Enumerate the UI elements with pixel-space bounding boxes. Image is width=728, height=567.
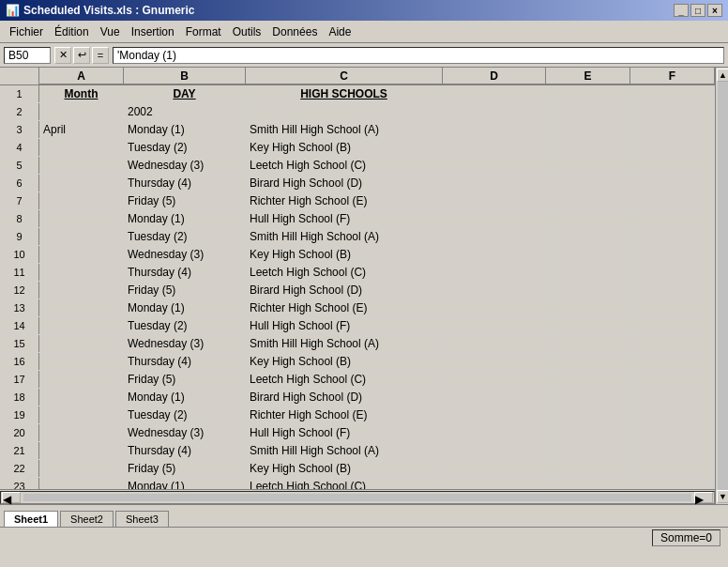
cell-a[interactable] [39,139,124,156]
table-row[interactable]: 17Friday (5)Leetch High School (C) [0,371,715,389]
cell-a[interactable] [39,264,124,281]
cell-e[interactable] [546,157,630,174]
cell-e[interactable] [546,103,630,120]
cell-d[interactable] [443,139,546,156]
cell-c[interactable]: Key High School (B) [246,353,443,370]
cell-c[interactable]: Richter High School (E) [246,406,443,423]
cell-c[interactable] [246,103,443,120]
scroll-left-btn[interactable]: ◀ [2,492,21,503]
cell-f[interactable] [630,317,715,334]
cell-d[interactable] [443,353,546,370]
cell-e[interactable] [546,371,630,388]
cell-c[interactable]: Birard High School (D) [246,389,443,406]
cell-b[interactable]: Thursday (4) [124,442,246,459]
cell-a[interactable] [39,460,124,477]
cell-c[interactable]: Leetch High School (C) [246,264,443,281]
scroll-up-btn[interactable]: ▲ [717,69,729,82]
col-header-f[interactable]: F [630,68,715,84]
cell-a[interactable]: Month [39,85,124,102]
sheet-tab-2[interactable]: Sheet2 [60,511,114,527]
table-row[interactable]: 19Tuesday (2)Richter High School (E) [0,406,715,424]
cell-d[interactable] [443,175,546,192]
cell-b[interactable]: Monday (1) [124,210,246,227]
cell-b[interactable]: Monday (1) [124,121,246,138]
cell-d[interactable] [443,210,546,227]
cell-e[interactable] [546,210,630,227]
cell-e[interactable] [546,246,630,263]
menu-donnees[interactable]: Données [266,23,323,40]
cell-b[interactable]: Wednesday (3) [124,157,246,174]
window-controls[interactable]: _ □ × [674,4,722,17]
cell-e[interactable] [546,389,630,406]
cell-c[interactable]: Birard High School (D) [246,282,443,299]
table-row[interactable]: 3AprilMonday (1)Smith Hill High School (… [0,121,715,139]
cell-b[interactable]: Friday (5) [124,371,246,388]
cell-c[interactable]: Leetch High School (C) [246,371,443,388]
minimize-button[interactable]: _ [674,4,689,17]
cell-b[interactable]: 2002 [124,103,246,120]
cell-e[interactable] [546,175,630,192]
table-row[interactable]: 6Thursday (4)Birard High School (D) [0,175,715,192]
cell-e[interactable] [546,424,630,441]
vertical-scrollbar[interactable]: ▲ ▼ [715,68,728,504]
cell-e[interactable] [546,442,630,459]
cell-c[interactable]: Smith Hill High School (A) [246,121,443,138]
cell-d[interactable] [443,442,546,459]
cell-c[interactable]: Hull High School (F) [246,317,443,334]
cell-c[interactable]: Richter High School (E) [246,192,443,209]
table-row[interactable]: 20Wednesday (3)Hull High School (F) [0,424,715,442]
cell-a[interactable] [39,210,124,227]
table-row[interactable]: 16Thursday (4)Key High School (B) [0,353,715,371]
table-row[interactable]: 14Tuesday (2)Hull High School (F) [0,317,715,335]
cell-c[interactable]: Hull High School (F) [246,210,443,227]
cell-e[interactable] [546,299,630,316]
cell-f[interactable] [630,406,715,423]
cell-a[interactable] [39,389,124,406]
cell-b[interactable]: Wednesday (3) [124,246,246,263]
cell-f[interactable] [630,85,715,102]
cell-d[interactable] [443,282,546,299]
cell-b[interactable]: Monday (1) [124,299,246,316]
cell-e[interactable] [546,121,630,138]
cell-a[interactable] [39,317,124,334]
cell-a[interactable] [39,442,124,459]
sheet-tab-3[interactable]: Sheet3 [115,511,169,527]
table-row[interactable]: 22Friday (5)Key High School (B) [0,460,715,478]
cell-c[interactable]: HIGH SCHOOLS [246,85,443,102]
cell-b[interactable]: DAY [124,85,246,102]
cell-d[interactable] [443,228,546,245]
cell-b[interactable]: Thursday (4) [124,264,246,281]
cell-e[interactable] [546,139,630,156]
cell-f[interactable] [630,264,715,281]
cell-c[interactable]: Key High School (B) [246,460,443,477]
cell-d[interactable] [443,424,546,441]
cell-d[interactable] [443,406,546,423]
cell-b[interactable]: Monday (1) [124,389,246,406]
cell-f[interactable] [630,228,715,245]
menu-format[interactable]: Format [180,23,227,40]
cell-d[interactable] [443,317,546,334]
cell-e[interactable] [546,264,630,281]
cell-f[interactable] [630,478,715,489]
cell-e[interactable] [546,85,630,102]
table-row[interactable]: 15Wednesday (3)Smith Hill High School (A… [0,335,715,353]
cell-a[interactable] [39,246,124,263]
close-button[interactable]: × [707,4,722,17]
cell-e[interactable] [546,282,630,299]
cell-b[interactable]: Tuesday (2) [124,317,246,334]
cell-f[interactable] [630,424,715,441]
cell-b[interactable]: Thursday (4) [124,175,246,192]
formula-content[interactable]: 'Monday (1) [113,47,724,64]
cell-a[interactable]: April [39,121,124,138]
cell-b[interactable]: Tuesday (2) [124,139,246,156]
cell-a[interactable] [39,299,124,316]
col-header-c[interactable]: C [246,68,443,84]
cell-c[interactable]: Birard High School (D) [246,175,443,192]
col-header-b[interactable]: B [124,68,246,84]
cell-d[interactable] [443,246,546,263]
cell-d[interactable] [443,335,546,352]
cell-d[interactable] [443,478,546,489]
cell-e[interactable] [546,460,630,477]
cell-a[interactable] [39,192,124,209]
cell-c[interactable]: Leetch High School (C) [246,157,443,174]
